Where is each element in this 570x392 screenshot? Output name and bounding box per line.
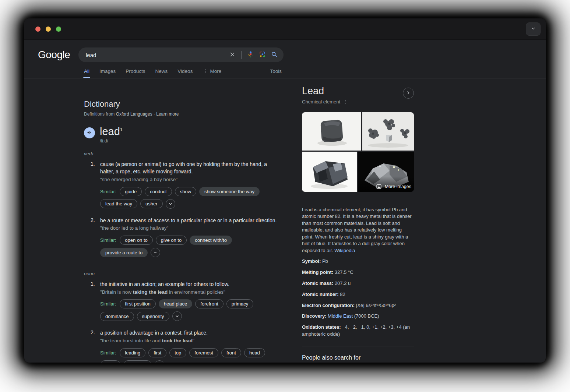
similar-chip[interactable]: front — [221, 348, 241, 357]
close-window-button[interactable] — [35, 27, 41, 32]
close-icon — [229, 51, 236, 59]
similar-chip[interactable]: primacy — [226, 299, 254, 308]
similar-row: Similar: first positionhead placeforefro… — [100, 299, 281, 321]
knowledge-panel-heading: Lead Chemical element — [302, 85, 348, 105]
definition-text: the initiative in an action; an example … — [100, 281, 281, 288]
minimize-window-button[interactable] — [46, 27, 51, 32]
similar-expand-button[interactable] — [166, 199, 175, 209]
similar-chip[interactable]: lead the way — [100, 199, 137, 208]
more-images-button[interactable]: More images — [376, 184, 411, 190]
oxford-languages-link[interactable]: Oxford Languages — [116, 112, 152, 117]
image-icon — [376, 184, 382, 190]
fact-symbol: Symbol: Pb — [302, 258, 414, 265]
middle-east-link[interactable]: Middle East — [328, 313, 353, 319]
similar-chip[interactable]: show someone the way — [199, 187, 260, 196]
similar-chip[interactable]: first position — [120, 299, 155, 308]
window-menu-button[interactable] — [526, 22, 541, 36]
verb-definition-1: 1. cause (a person or animal) to go with… — [91, 161, 281, 215]
noun-definition-2: 2. a position of advantage in a contest;… — [91, 329, 281, 363]
results-column: Dictionary Definitions from Oxford Langu… — [84, 78, 281, 363]
similar-chip[interactable]: first — [148, 348, 166, 357]
search-icon — [271, 51, 278, 59]
similar-chip[interactable]: show — [175, 187, 196, 196]
similar-chip[interactable]: head place — [159, 299, 193, 308]
voice-search-button[interactable] — [247, 51, 254, 59]
chevron-down-icon — [531, 26, 536, 32]
google-lens-icon — [259, 51, 266, 59]
search-submit-button[interactable] — [271, 51, 278, 59]
pronunciation: /liːd/ — [100, 138, 123, 144]
similar-chip[interactable]: principal — [123, 360, 151, 363]
pronounce-button[interactable] — [84, 127, 95, 138]
speaker-icon — [87, 130, 92, 137]
similar-chip[interactable]: chief — [100, 360, 120, 363]
wikipedia-link[interactable]: Wikipedia — [334, 248, 355, 253]
clear-search-button[interactable] — [229, 51, 236, 59]
similar-chip[interactable]: open on to — [120, 236, 152, 245]
tab-all[interactable]: All — [84, 68, 89, 78]
similar-chip[interactable]: guide — [120, 187, 142, 196]
browser-window: Google lead — [24, 18, 546, 363]
entity-title: Lead — [302, 85, 348, 97]
search-divider — [241, 51, 242, 59]
similar-chip[interactable]: conduct — [145, 187, 172, 196]
similar-label: Similar: — [100, 301, 116, 307]
similar-chip[interactable]: usher — [140, 199, 163, 208]
similar-chip[interactable]: dominance — [100, 312, 134, 321]
learn-more-link[interactable]: Learn more — [156, 112, 179, 117]
part-of-speech-verb: verb — [84, 151, 281, 156]
similar-chip[interactable]: provide a route to — [100, 248, 148, 257]
part-of-speech-noun: noun — [84, 271, 281, 276]
tools-button[interactable]: Tools — [270, 68, 282, 78]
window-titlebar — [24, 18, 546, 40]
tab-more[interactable]: More — [203, 68, 221, 78]
similar-chip[interactable]: leading — [120, 348, 145, 357]
fact-discovery: Discovery: Middle East (7000 BCE) — [302, 313, 414, 320]
tab-products[interactable]: Products — [126, 68, 145, 78]
chevron-right-icon — [406, 90, 411, 96]
galena-rock-image[interactable]: More images — [358, 152, 414, 192]
google-logo[interactable]: Google — [38, 49, 78, 61]
lead-cube-image[interactable] — [302, 112, 361, 151]
traffic-lights — [35, 27, 61, 32]
zoom-window-button[interactable] — [56, 27, 61, 32]
entity-description: Lead is a chemical element; it has symbo… — [302, 206, 414, 254]
lead-crystals-image[interactable] — [362, 112, 414, 151]
definition-number: 2. — [91, 329, 100, 363]
panel-next-button[interactable] — [403, 88, 414, 99]
search-bar[interactable]: lead — [78, 47, 284, 62]
results-content: Dictionary Definitions from Oxford Langu… — [24, 78, 546, 363]
definition-text: a position of advantage in a contest; fi… — [100, 329, 281, 337]
similar-chip[interactable]: connect with/to — [190, 236, 232, 245]
panel-divider — [302, 346, 414, 346]
lens-search-button[interactable] — [259, 51, 266, 59]
similar-row: Similar: leadingfirsttopforemostfronthea… — [100, 348, 281, 363]
similar-chip[interactable]: forefront — [195, 299, 223, 308]
similar-chip[interactable]: top — [169, 348, 186, 357]
galena-cube-image[interactable] — [302, 152, 357, 192]
tab-videos[interactable]: Videos — [177, 68, 193, 78]
similar-chip[interactable]: head — [244, 348, 265, 357]
similar-chip[interactable]: superiority — [137, 312, 169, 321]
fact-atomic-mass: Atomic mass: 207.2 u — [302, 280, 414, 287]
halter-link[interactable]: halter — [100, 169, 113, 174]
similar-expand-button[interactable] — [172, 311, 182, 321]
headword: lead1 — [100, 126, 123, 137]
similar-chip[interactable]: give on to — [156, 236, 187, 245]
example-text: "the team burst into life and took the l… — [100, 338, 281, 345]
knowledge-panel: Lead Chemical element — [302, 85, 414, 363]
search-input[interactable]: lead — [86, 52, 229, 58]
similar-chip[interactable]: foremost — [189, 348, 218, 357]
similar-label: Similar: — [100, 350, 116, 356]
similar-expand-button[interactable] — [151, 248, 160, 257]
definition-number: 1. — [91, 161, 100, 215]
entity-menu-icon[interactable] — [343, 99, 348, 105]
noun-definition-1: 1. the initiative in an action; an examp… — [91, 281, 281, 327]
tab-news[interactable]: News — [155, 68, 168, 78]
entity-facts: Symbol: Pb Melting point: 327.5 °C Atomi… — [302, 258, 414, 338]
tab-images[interactable]: Images — [99, 68, 116, 78]
similar-expand-button[interactable] — [155, 360, 164, 363]
search-bar-icons — [229, 51, 278, 59]
fact-oxidation-states: Oxidation states: −4, −2, −1, 0, +1, +2,… — [302, 324, 414, 338]
example-text: "she emerged leading a bay horse" — [100, 176, 281, 183]
